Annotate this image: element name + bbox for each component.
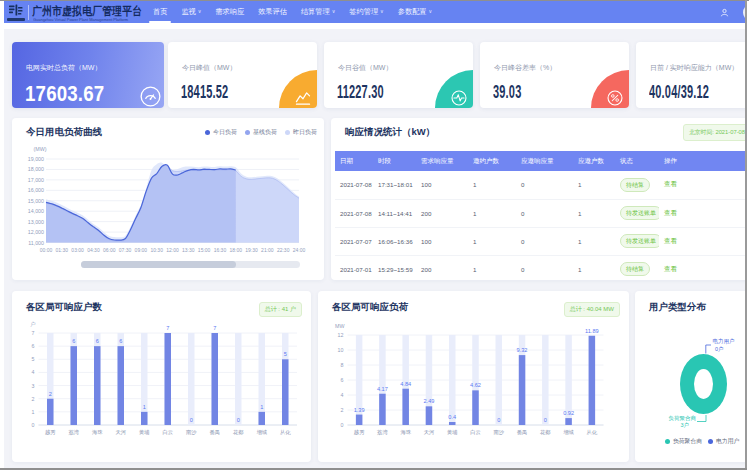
nav-divider bbox=[28, 5, 29, 20]
bar[interactable] bbox=[472, 390, 479, 425]
x-axis-tick-label: 天河 bbox=[115, 429, 126, 435]
bar[interactable] bbox=[118, 346, 125, 425]
bar[interactable] bbox=[426, 406, 433, 425]
bar-value-label: 2 bbox=[49, 391, 52, 397]
nav-item-6[interactable]: 参数配置∨ bbox=[391, 1, 439, 23]
bar[interactable] bbox=[589, 336, 596, 425]
x-axis-tick-label: 花都 bbox=[540, 429, 551, 436]
response-table: 日期时段需求响应量邀约户数应邀响应量应邀户数状态操作 2021-07-0817:… bbox=[335, 151, 745, 280]
bar[interactable] bbox=[165, 333, 172, 425]
bar[interactable] bbox=[47, 399, 54, 425]
table-cell: 0 bbox=[516, 227, 573, 255]
bar-value-label: 1 bbox=[143, 404, 146, 410]
bar[interactable] bbox=[259, 412, 266, 425]
table-cell: 1 bbox=[468, 227, 516, 255]
x-axis-tick-label: 越秀 bbox=[45, 429, 56, 436]
bar-value-label: 9.32 bbox=[517, 347, 528, 353]
table-cell: 1 bbox=[573, 227, 615, 255]
bar[interactable] bbox=[141, 412, 148, 425]
bar-value-label: 0 bbox=[497, 417, 500, 423]
chevron-down-icon: ∨ bbox=[380, 8, 384, 14]
x-axis-tick-label: 海珠 bbox=[400, 429, 411, 435]
x-axis-tick-label: 16:30 bbox=[214, 247, 227, 253]
y-axis-tick-label: 1 bbox=[32, 409, 35, 415]
x-axis-tick-label: 白云 bbox=[162, 429, 173, 435]
bar[interactable] bbox=[94, 346, 101, 425]
x-axis-tick-label: 黄埔 bbox=[447, 429, 458, 436]
table-row: 2021-07-0817:31~18:01100101待结算查看 bbox=[335, 171, 745, 199]
nav-item-0[interactable]: 首页 bbox=[146, 1, 174, 23]
legend-label: 电力用户 bbox=[716, 437, 739, 446]
bar-value-label: 2.49 bbox=[424, 398, 435, 404]
legend-item[interactable]: 负荷聚合商 bbox=[665, 437, 702, 446]
status-badge: 待发送账单 bbox=[620, 206, 659, 220]
nav-item-3[interactable]: 效果评估 bbox=[251, 1, 294, 23]
nav-item-label: 结算管理 bbox=[301, 7, 330, 16]
x-axis-tick-label: 10:30 bbox=[150, 247, 163, 253]
bar-background-band bbox=[542, 335, 549, 425]
table-cell: 2021-07-07 bbox=[335, 227, 373, 255]
bar[interactable] bbox=[519, 355, 526, 425]
bar-background-band bbox=[259, 333, 266, 425]
status-badge: 待发送账单 bbox=[620, 234, 659, 248]
window-border-bottom bbox=[0, 468, 747, 470]
window-border-top bbox=[0, 0, 749, 1]
view-link[interactable]: 查看 bbox=[664, 237, 677, 244]
y-axis-tick-label: 4 bbox=[32, 369, 35, 375]
bar-background-band bbox=[235, 333, 242, 425]
bar[interactable] bbox=[402, 389, 409, 425]
user-icon[interactable] bbox=[720, 8, 729, 17]
view-link[interactable]: 查看 bbox=[664, 180, 677, 187]
bar[interactable] bbox=[71, 346, 78, 425]
kpi-label: 今日峰谷差率（%） bbox=[494, 63, 556, 73]
bar[interactable] bbox=[379, 394, 386, 425]
x-axis-tick-label: 南沙 bbox=[186, 429, 197, 436]
nav-item-label: 首页 bbox=[153, 7, 167, 16]
legend-item[interactable]: 电力用户 bbox=[708, 437, 739, 446]
table-cell: 2021-07-01 bbox=[335, 255, 373, 280]
table-cell: 14:11~14:41 bbox=[373, 199, 416, 227]
bar[interactable] bbox=[356, 415, 363, 425]
view-link[interactable]: 查看 bbox=[664, 209, 677, 216]
subnav-strip bbox=[4, 23, 745, 29]
table-column-header: 应邀响应量 bbox=[516, 151, 573, 171]
pulse-icon bbox=[451, 90, 467, 106]
chevron-down-icon: ∨ bbox=[332, 8, 336, 14]
bar[interactable] bbox=[282, 359, 289, 425]
bar[interactable] bbox=[449, 422, 456, 425]
district-load-panel: 各区局可响应负荷 总计 : 40.04 MW 024681012MW1.39越秀… bbox=[318, 291, 629, 462]
table-column-header: 操作 bbox=[659, 151, 745, 171]
x-axis-tick-label: 荔湾 bbox=[377, 429, 388, 436]
nav-item-label: 效果评估 bbox=[258, 7, 287, 16]
bar[interactable] bbox=[212, 333, 219, 425]
y-axis-tick-label: 6 bbox=[341, 377, 344, 383]
nav-item-2[interactable]: 需求响应 bbox=[208, 1, 251, 23]
kpi-value: 18415.52 bbox=[181, 81, 228, 103]
table-row: 2021-07-0115:29~15:59200101待结算查看 bbox=[335, 255, 745, 280]
app-subtitle: Guangzhou Virtual Power Plant Management… bbox=[33, 17, 128, 22]
kpi-value: 11227.30 bbox=[337, 81, 384, 103]
bar-value-label: 1.39 bbox=[354, 407, 365, 413]
nav-item-1[interactable]: 监视∨ bbox=[174, 1, 208, 23]
table-cell: 15:29~15:59 bbox=[373, 255, 416, 280]
legend-label: 负荷聚合商 bbox=[673, 437, 702, 446]
datazoom-slider[interactable] bbox=[81, 261, 300, 268]
nav-item-4[interactable]: 结算管理∨ bbox=[294, 1, 342, 23]
response-stats-panel: 响应情况统计（kW） 北京时间: 2021-07-08 18: 日期时段需求响应… bbox=[331, 118, 745, 280]
x-axis-tick-label: 荔湾 bbox=[68, 429, 79, 436]
datazoom-selection[interactable] bbox=[81, 261, 236, 268]
kpi-card-valley: 今日谷值（MW） 11227.30 bbox=[324, 42, 473, 108]
y-axis-tick-label: 12 bbox=[338, 332, 344, 338]
x-axis-tick-label: 09:00 bbox=[135, 247, 148, 253]
nav-item-5[interactable]: 签约管理∨ bbox=[342, 1, 390, 23]
bar-value-label: 0 bbox=[190, 417, 193, 423]
view-link[interactable]: 查看 bbox=[664, 265, 677, 272]
x-axis-tick-label: 18:00 bbox=[229, 247, 242, 253]
kpi-card-peak-valley-rate: 今日峰谷差率（%） 39.03 bbox=[480, 42, 629, 108]
table-cell: 2021-07-08 bbox=[335, 199, 373, 227]
bar-value-label: 0.92 bbox=[563, 410, 574, 416]
x-axis-tick-label: 番禺 bbox=[517, 429, 528, 435]
donut-hole bbox=[694, 369, 713, 399]
kpi-card-response-capacity: 日前 / 实时响应能力（MW） 40.04/39.12 bbox=[636, 42, 745, 108]
bar[interactable] bbox=[565, 418, 572, 425]
